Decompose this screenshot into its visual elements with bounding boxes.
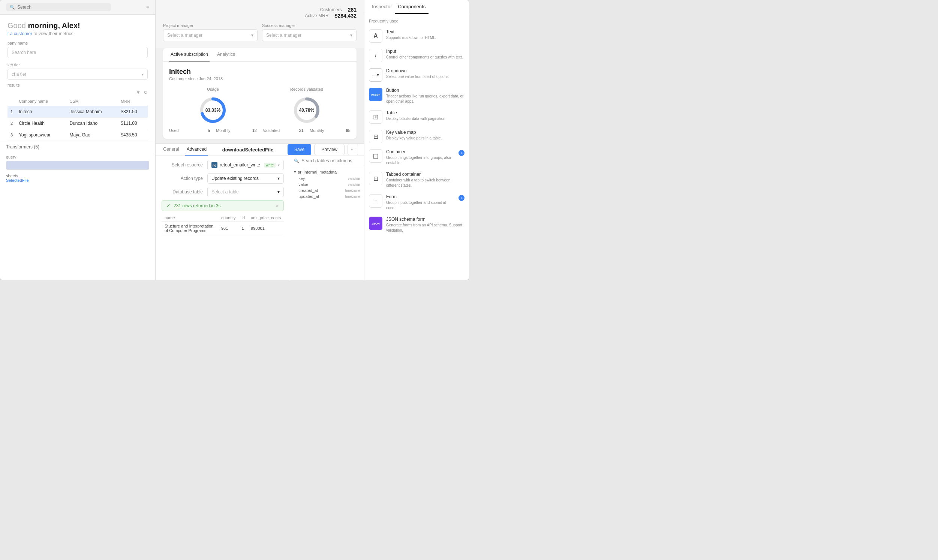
filter-icon[interactable]: ▼ — [136, 89, 141, 95]
customer-name: Initech — [169, 68, 351, 76]
tab-active-subscription[interactable]: Active subscription — [169, 48, 209, 62]
add-icon[interactable]: + — [458, 150, 464, 156]
refresh-icon[interactable]: ↻ — [144, 89, 148, 95]
db-tree: ▾ ar_internal_metadata key varchar value… — [290, 166, 364, 202]
success-manager-select[interactable]: Select a manager ▾ — [262, 29, 357, 41]
database-table-row: Database table Select a table ▾ — [161, 187, 284, 197]
stats-row: Usage 83.33% Used 5 — [169, 87, 351, 133]
database-table-label: Database table — [161, 189, 203, 195]
component-desc: Trigger actions like run queries, export… — [386, 94, 464, 104]
row-num: 2 — [8, 118, 16, 129]
db-tree-child-key: key varchar — [290, 175, 364, 182]
menu-icon[interactable]: ≡ — [146, 4, 149, 10]
component-item-table[interactable]: ⊞ Table Display tabular data with pagina… — [364, 107, 469, 127]
col-csm-header: CSM — [67, 97, 118, 106]
component-item-container[interactable]: □ Container Group things together into g… — [364, 146, 469, 169]
action-buttons: Save Preview ··· — [288, 144, 358, 155]
preview-button[interactable]: Preview — [314, 144, 344, 155]
search-icon: 🔍 — [294, 158, 299, 163]
usage-title: Usage — [207, 87, 219, 91]
button-icon: Action — [369, 88, 382, 101]
tab-inspector[interactable]: Inspector — [369, 0, 395, 14]
action-type-row: Action type Update existing records ▾ — [161, 173, 284, 184]
input-icon: I — [369, 49, 382, 62]
component-item-tabbed-container[interactable]: ⊡ Tabbed container Container with a tab … — [364, 169, 469, 191]
greeting-link[interactable]: t a customer — [8, 31, 32, 36]
chevron-down-icon: ▾ — [142, 72, 144, 77]
database-table-select[interactable]: Select a table ▾ — [207, 187, 284, 197]
query-section: query — [0, 152, 155, 172]
db-search-input[interactable] — [301, 158, 360, 163]
greeting-prefix: Good — [8, 22, 26, 29]
component-name: Container — [386, 149, 455, 154]
db-tree-parent[interactable]: ▾ ar_internal_metadata — [294, 169, 360, 174]
component-info: JSON schema form Generate forms from an … — [386, 217, 464, 233]
table-row[interactable]: 2 Circle Health Duncan Idaho $111.00 — [8, 118, 148, 129]
component-desc: Generate forms from an API schema. Suppo… — [386, 223, 464, 233]
transformers-header[interactable]: Transformers (5) — [0, 141, 155, 152]
row-mrr: $438.50 — [118, 129, 148, 141]
component-item-key-value-map[interactable]: ⊟ Key value map Display key value pairs … — [364, 127, 469, 146]
tab-general[interactable]: General — [161, 143, 181, 155]
component-desc: Container with a tab to switch between d… — [386, 178, 464, 188]
market-tier-select[interactable]: ct a tier ▾ — [8, 69, 148, 80]
component-item-dropdown[interactable]: —▾ Dropdown Select one value from a list… — [364, 65, 469, 85]
component-item-input[interactable]: I Input Control other components or quer… — [364, 46, 469, 65]
company-name-input[interactable]: Search here — [8, 47, 148, 58]
tab-advanced[interactable]: Advanced — [185, 143, 208, 155]
company-name-field: pany name Search here — [8, 41, 148, 58]
json-icon: JSON — [369, 217, 382, 230]
query-input[interactable] — [6, 161, 149, 170]
table-row[interactable]: 3 Yogi sportswear Maya Gao $438.50 — [8, 129, 148, 141]
resource-label: Select resource — [161, 162, 203, 168]
form-section: pany name Search here ket tier ct a tier… — [0, 41, 155, 80]
usage-details: Used 5 Monthly 12 — [169, 128, 257, 133]
components-list: A Text Supports markdown or HTML. I Inpu… — [364, 26, 469, 280]
col-mrr-header: MRR — [118, 97, 148, 106]
chevron-down-icon: ▾ — [277, 176, 280, 181]
component-name: Tabbed container — [386, 172, 464, 177]
card-body: Initech Customer since Jun 24, 2018 Usag… — [163, 62, 357, 139]
close-icon[interactable]: ✕ — [275, 203, 279, 208]
tab-components[interactable]: Components — [395, 0, 429, 14]
validated-details: Validated 31 Monthly 95 — [263, 128, 351, 133]
component-item-form[interactable]: ≡ Form Group inputs together and submit … — [364, 191, 469, 214]
validated-percentage: 40.78% — [299, 108, 315, 113]
resource-selector[interactable]: pg retool_emailer_write write ▾ — [207, 160, 284, 170]
text-icon: A — [369, 29, 382, 43]
tab-analytics[interactable]: Analytics — [215, 48, 237, 62]
customer-since: Customer since Jun 24, 2018 — [169, 77, 351, 81]
more-button[interactable]: ··· — [348, 144, 358, 155]
company-name-label: pany name — [8, 41, 148, 45]
row-id: 1 — [239, 222, 248, 235]
component-info: Dropdown Select one value from a list of… — [386, 68, 464, 80]
component-item-text[interactable]: A Text Supports markdown or HTML. — [364, 26, 469, 46]
customers-value: 281 — [348, 7, 357, 13]
left-bottom-section: Transformers (5) query sheets SelectedFi… — [0, 141, 155, 184]
component-item-button[interactable]: Action Button Trigger actions like run q… — [364, 85, 469, 107]
component-desc: Display tabular data with pagination. — [386, 116, 464, 122]
component-desc: Select one value from a list of options. — [386, 74, 464, 80]
save-button[interactable]: Save — [288, 144, 311, 155]
keyvalue-icon: ⊟ — [369, 130, 382, 143]
table-toolbar: ▼ ↻ — [8, 89, 148, 97]
component-item-json-schema-form[interactable]: JSON JSON schema form Generate forms fro… — [364, 214, 469, 236]
row-company: Circle Health — [16, 118, 66, 129]
content-wrapper: Good morning, Alex! t a customer to view… — [0, 15, 155, 280]
component-info: Table Display tabular data with paginati… — [386, 110, 464, 122]
resource-tag: write — [264, 163, 275, 168]
action-type-select[interactable]: Update existing records ▾ — [207, 173, 284, 184]
project-manager-label: Project manager — [163, 23, 258, 28]
table-row[interactable]: 1 Initech Jessica Mohaim $321.50 — [8, 106, 148, 118]
results-label: results — [8, 83, 148, 87]
chevron-down-icon: ▾ — [350, 32, 352, 38]
project-manager-select[interactable]: Select a manager ▾ — [163, 29, 258, 41]
bottom-main: Select resource pg retool_emailer_write … — [155, 156, 364, 280]
search-bar[interactable]: 🔍 — [6, 3, 111, 11]
bottom-title: downloadSelectedFile — [222, 147, 274, 152]
bottom-col-name: name — [161, 214, 218, 222]
usage-percentage: 83.33% — [205, 108, 221, 113]
add-icon[interactable]: + — [458, 195, 464, 201]
search-input[interactable] — [17, 5, 107, 10]
db-panel: 🔍 ▾ ar_internal_metadata key varcha — [290, 156, 364, 280]
